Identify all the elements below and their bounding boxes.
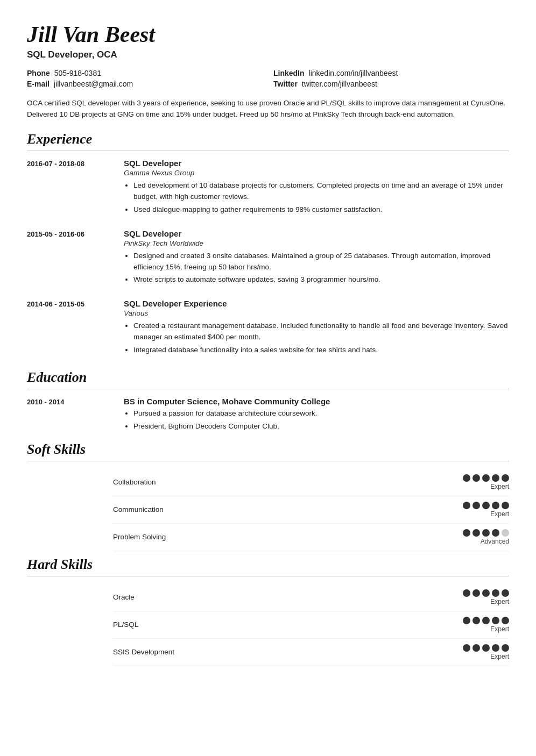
exp-bullet: Wrote scripts to automate software updat… bbox=[133, 274, 509, 286]
email-row: E-mail jillvanbeest@gmail.com bbox=[27, 80, 263, 88]
dot-filled bbox=[472, 589, 480, 597]
exp-date: 2015-05 - 2016-06 bbox=[27, 229, 113, 288]
skill-rating: Expert bbox=[463, 617, 509, 633]
dot-filled bbox=[472, 502, 480, 509]
skill-name: Problem Solving bbox=[113, 533, 463, 541]
skill-rating: Expert bbox=[463, 474, 509, 490]
experience-entry: 2016-07 - 2018-08SQL DeveloperGamma Nexu… bbox=[27, 159, 509, 217]
soft-skills-divider bbox=[27, 461, 509, 461]
skill-rating: Expert bbox=[463, 502, 509, 518]
hard-skills-section: Hard Skills OracleExpertPL/SQLExpertSSIS… bbox=[27, 557, 509, 666]
dot-filled bbox=[463, 644, 470, 652]
exp-date: 2014-06 - 2015-05 bbox=[27, 299, 113, 358]
education-divider bbox=[27, 389, 509, 389]
skill-name: Collaboration bbox=[113, 478, 463, 486]
twitter-row: Twitter twitter.com/jillvanbeest bbox=[273, 80, 509, 88]
skill-row: CollaborationExpert bbox=[113, 469, 509, 496]
exp-bullet: Led development of 10 database projects … bbox=[133, 180, 509, 203]
dot-filled bbox=[502, 644, 509, 652]
skill-dots bbox=[463, 502, 509, 509]
skill-level: Expert bbox=[490, 625, 509, 633]
linkedin-row: LinkedIn linkedin.com/in/jillvanbeest bbox=[273, 69, 509, 77]
dot-filled bbox=[492, 589, 499, 597]
dot-filled bbox=[472, 617, 480, 624]
skill-dots bbox=[463, 617, 509, 624]
skill-row: SSIS DevelopmentExpert bbox=[113, 639, 509, 666]
dot-filled bbox=[472, 474, 480, 482]
experience-section: Experience 2016-07 - 2018-08SQL Develope… bbox=[27, 131, 509, 358]
twitter-value: twitter.com/jillvanbeest bbox=[302, 80, 377, 88]
exp-company: Various bbox=[124, 309, 509, 317]
edu-degree: BS in Computer Science, Mohave Community… bbox=[124, 397, 509, 406]
skill-name: SSIS Development bbox=[113, 648, 463, 656]
dot-filled bbox=[482, 589, 490, 597]
dot-filled bbox=[482, 644, 490, 652]
contact-grid: Phone 505-918-0381 LinkedIn linkedin.com… bbox=[27, 69, 509, 88]
hard-skills-divider bbox=[27, 576, 509, 576]
resume-title: SQL Developer, OCA bbox=[27, 49, 509, 60]
dot-filled bbox=[463, 502, 470, 509]
exp-bullet: Used dialogue-mapping to gather requirem… bbox=[133, 204, 509, 216]
exp-role: SQL Developer Experience bbox=[124, 299, 509, 308]
linkedin-label: LinkedIn bbox=[273, 69, 305, 77]
dot-filled bbox=[502, 617, 509, 624]
exp-date: 2016-07 - 2018-08 bbox=[27, 159, 113, 217]
skill-level: Expert bbox=[490, 510, 509, 518]
edu-bullets: Pursued a passion for database architect… bbox=[124, 408, 509, 432]
exp-company: Gamma Nexus Group bbox=[124, 169, 509, 177]
soft-skills-entries: CollaborationExpertCommunicationExpertPr… bbox=[27, 469, 509, 551]
dot-empty bbox=[502, 529, 509, 537]
skill-row: OracleExpert bbox=[113, 584, 509, 611]
edu-bullet: Pursued a passion for database architect… bbox=[133, 408, 509, 419]
exp-content: SQL DeveloperGamma Nexus GroupLed develo… bbox=[124, 159, 509, 217]
skill-rating: Expert bbox=[463, 644, 509, 660]
skill-level: Expert bbox=[490, 653, 509, 660]
dot-filled bbox=[502, 474, 509, 482]
exp-bullets: Created a restaurant management database… bbox=[124, 320, 509, 356]
soft-skills-section: Soft Skills CollaborationExpertCommunica… bbox=[27, 441, 509, 551]
resume-name: Jill Van Beest bbox=[27, 22, 509, 47]
skill-name: Oracle bbox=[113, 593, 463, 601]
dot-filled bbox=[482, 617, 490, 624]
dot-filled bbox=[492, 502, 499, 509]
dot-filled bbox=[463, 474, 470, 482]
dot-filled bbox=[463, 589, 470, 597]
dot-filled bbox=[463, 617, 470, 624]
skill-dots bbox=[463, 474, 509, 482]
dot-filled bbox=[492, 474, 499, 482]
skill-name: PL/SQL bbox=[113, 621, 463, 629]
dot-filled bbox=[482, 502, 490, 509]
dot-filled bbox=[482, 474, 490, 482]
phone-label: Phone bbox=[27, 69, 50, 77]
soft-skills-title: Soft Skills bbox=[27, 441, 509, 458]
phone-value: 505-918-0381 bbox=[54, 69, 101, 77]
education-entries: 2010 - 2014BS in Computer Science, Mohav… bbox=[27, 397, 509, 434]
exp-content: SQL Developer ExperienceVariousCreated a… bbox=[124, 299, 509, 358]
exp-company: PinkSky Tech Worldwide bbox=[124, 239, 509, 247]
summary: OCA certified SQL developer with 3 years… bbox=[27, 98, 509, 120]
exp-content: SQL DeveloperPinkSky Tech WorldwideDesig… bbox=[124, 229, 509, 288]
phone-row: Phone 505-918-0381 bbox=[27, 69, 263, 77]
edu-content: BS in Computer Science, Mohave Community… bbox=[124, 397, 509, 434]
dot-filled bbox=[492, 644, 499, 652]
experience-entries: 2016-07 - 2018-08SQL DeveloperGamma Nexu… bbox=[27, 159, 509, 358]
education-title: Education bbox=[27, 369, 509, 386]
skill-level: Expert bbox=[490, 483, 509, 490]
dot-filled bbox=[472, 529, 480, 537]
skill-dots bbox=[463, 644, 509, 652]
exp-bullet: Integrated database functionality into a… bbox=[133, 345, 509, 356]
email-label: E-mail bbox=[27, 80, 50, 88]
exp-bullet: Created a restaurant management database… bbox=[133, 320, 509, 343]
experience-entry: 2014-06 - 2015-05SQL Developer Experienc… bbox=[27, 299, 509, 358]
exp-bullets: Designed and created 3 onsite databases.… bbox=[124, 251, 509, 286]
exp-role: SQL Developer bbox=[124, 159, 509, 168]
linkedin-value: linkedin.com/in/jillvanbeest bbox=[309, 69, 398, 77]
hard-skills-entries: OracleExpertPL/SQLExpertSSIS Development… bbox=[27, 584, 509, 666]
skill-rating: Expert bbox=[463, 589, 509, 605]
education-entry: 2010 - 2014BS in Computer Science, Mohav… bbox=[27, 397, 509, 434]
experience-divider bbox=[27, 151, 509, 151]
dot-filled bbox=[472, 644, 480, 652]
twitter-label: Twitter bbox=[273, 80, 298, 88]
email-value: jillvanbeest@gmail.com bbox=[54, 80, 133, 88]
edu-date: 2010 - 2014 bbox=[27, 397, 113, 434]
